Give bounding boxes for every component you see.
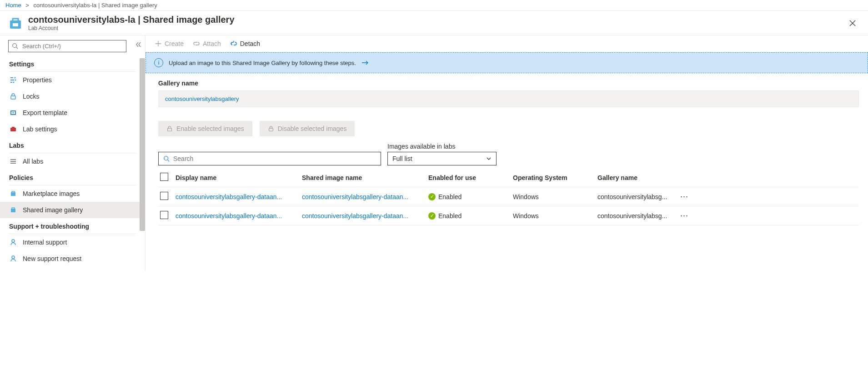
sidebar-item-all-labs[interactable]: All labs: [0, 153, 145, 170]
detach-button[interactable]: Detach: [230, 40, 260, 47]
enable-selected-button: Enable selected images: [158, 121, 252, 136]
properties-icon: [9, 76, 17, 84]
export-template-icon: [9, 109, 17, 117]
detach-icon: [230, 40, 237, 47]
enabled-text: Enabled: [438, 193, 462, 200]
marketplace-icon: [9, 190, 17, 198]
sidebar-item-label: Locks: [23, 93, 40, 100]
gallery-name-label: Gallery name: [158, 80, 859, 87]
unlock-icon: [166, 125, 173, 132]
breadcrumb-current: contosouniversitylabs-la | Shared image …: [34, 2, 157, 9]
support-icon: [9, 238, 17, 246]
col-os[interactable]: Operating System: [513, 174, 597, 181]
sidebar-section-labs: Labs: [0, 137, 145, 152]
row-checkbox[interactable]: [160, 211, 168, 219]
table-row[interactable]: contosouniversitylabsgallery-dataan... c…: [158, 187, 859, 206]
breadcrumb: Home > contosouniversitylabs-la | Shared…: [0, 0, 868, 11]
col-enabled[interactable]: Enabled for use: [428, 174, 513, 181]
sidebar-item-label: Export template: [23, 109, 67, 116]
table-header-row: Display name Shared image name Enabled f…: [158, 168, 859, 187]
resource-icon: [7, 15, 24, 31]
gallery-icon: [9, 206, 17, 214]
images-table: Display name Shared image name Enabled f…: [158, 168, 859, 225]
shared-name-link[interactable]: contosouniversitylabsgallery-dataan...: [302, 212, 408, 220]
svg-rect-6: [11, 96, 15, 99]
search-icon: [12, 43, 18, 49]
sidebar-item-label: Shared image gallery: [23, 206, 83, 214]
dropdown-value: Full list: [392, 155, 412, 162]
svg-rect-9: [10, 128, 16, 131]
sidebar-scrollbar[interactable]: [139, 54, 145, 271]
dropdown-label: Images available in labs: [387, 143, 497, 150]
info-icon: i: [154, 58, 163, 67]
svg-rect-1: [13, 23, 18, 26]
new-support-icon: [9, 255, 17, 263]
breadcrumb-home[interactable]: Home: [5, 2, 21, 9]
main-panel: Create Attach Detach i Upload an image t…: [146, 35, 868, 271]
list-icon: [9, 157, 17, 165]
table-row[interactable]: contosouniversitylabsgallery-dataan... c…: [158, 206, 859, 225]
scrollbar-thumb[interactable]: [140, 58, 145, 231]
breadcrumb-separator-icon: >: [25, 2, 29, 9]
info-banner: i Upload an image to this Shared Image G…: [146, 52, 868, 73]
col-gallery[interactable]: Gallery name: [597, 174, 677, 181]
sidebar-item-shared-image-gallery[interactable]: Shared image gallery: [0, 202, 145, 218]
chevron-down-icon: [486, 156, 492, 161]
sidebar-item-new-support-request[interactable]: New support request: [0, 250, 145, 267]
page-header: contosouniversitylabs-la | Shared image …: [0, 11, 868, 35]
gallery-name-box: contosouniversitylabsgallery: [158, 90, 859, 107]
check-circle-icon: ✓: [428, 193, 436, 200]
pill-label: Disable selected images: [278, 125, 347, 132]
attach-button: Attach: [193, 40, 221, 47]
check-circle-icon: ✓: [428, 212, 436, 220]
image-search[interactable]: [158, 152, 381, 165]
sidebar-item-label: Properties: [23, 76, 52, 84]
sidebar-item-export-template[interactable]: Export template: [0, 105, 145, 121]
row-more-button[interactable]: ···: [677, 211, 691, 220]
toolbar: Create Attach Detach: [146, 35, 868, 52]
shared-name-link[interactable]: contosouniversitylabsgallery-dataan...: [302, 193, 408, 200]
sidebar-item-label: Lab settings: [23, 125, 57, 133]
gallery-text: contosouniversitylabsg...: [597, 193, 677, 200]
arrow-right-icon[interactable]: [361, 60, 369, 65]
sidebar-item-label: New support request: [23, 255, 81, 262]
sidebar-section-policies: Policies: [0, 170, 145, 184]
col-display-name[interactable]: Display name: [176, 174, 302, 181]
col-shared-name[interactable]: Shared image name: [302, 174, 428, 181]
os-text: Windows: [513, 193, 597, 200]
sidebar-section-settings: Settings: [0, 56, 145, 70]
sidebar-search-input[interactable]: [8, 40, 126, 52]
sidebar-item-internal-support[interactable]: Internal support: [0, 234, 145, 250]
collapse-sidebar-button[interactable]: [136, 42, 141, 47]
close-button[interactable]: [844, 17, 861, 30]
row-more-button[interactable]: ···: [677, 192, 691, 201]
gallery-name-link[interactable]: contosouniversitylabsgallery: [165, 95, 239, 102]
disable-selected-button: Disable selected images: [260, 121, 355, 136]
svg-point-4: [15, 80, 16, 81]
sidebar-item-label: Internal support: [23, 239, 67, 246]
page-subtitle: Lab Account: [28, 25, 235, 31]
svg-point-13: [12, 240, 15, 242]
image-search-input[interactable]: [173, 155, 376, 162]
sidebar-item-marketplace-images[interactable]: Marketplace images: [0, 185, 145, 202]
svg-point-2: [13, 44, 17, 48]
sidebar-item-properties[interactable]: Properties: [0, 72, 145, 88]
images-filter-dropdown[interactable]: Full list: [387, 152, 497, 165]
sidebar-item-lab-settings[interactable]: Lab settings: [0, 121, 145, 137]
page-title: contosouniversitylabs-la | Shared image …: [28, 15, 235, 25]
sidebar-item-locks[interactable]: Locks: [0, 88, 145, 105]
select-all-checkbox[interactable]: [160, 173, 168, 181]
svg-rect-12: [11, 209, 15, 212]
display-name-link[interactable]: contosouniversitylabsgallery-dataan...: [176, 212, 282, 220]
lock-icon: [9, 92, 17, 100]
row-checkbox[interactable]: [160, 192, 168, 200]
search-icon: [163, 155, 170, 162]
svg-rect-11: [11, 192, 15, 196]
sidebar-section-support: Support + troubleshooting: [0, 218, 145, 233]
lab-settings-icon: [9, 125, 17, 133]
toolbar-label: Detach: [240, 40, 260, 47]
svg-rect-15: [168, 128, 172, 131]
display-name-link[interactable]: contosouniversitylabsgallery-dataan...: [176, 193, 282, 200]
sidebar: Settings Properties Locks Export templat…: [0, 35, 146, 271]
sidebar-search[interactable]: [8, 40, 137, 52]
